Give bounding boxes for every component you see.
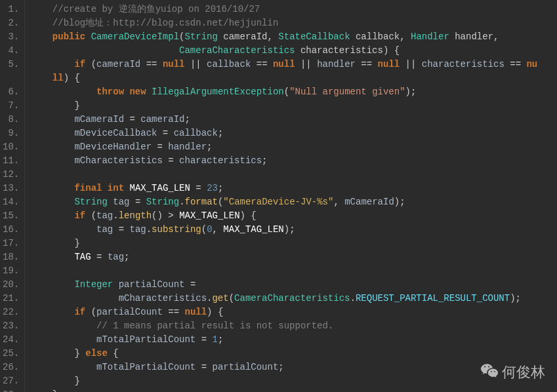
token-classname: Handler <box>411 31 449 42</box>
line-number: 7. <box>3 99 19 113</box>
line-number: 10. <box>3 140 19 154</box>
token-op: () > <box>152 210 179 221</box>
line-number: 21. <box>3 292 19 305</box>
code-line[interactable] <box>30 168 537 182</box>
line-number: 16. <box>3 223 19 237</box>
token-plain <box>30 18 52 28</box>
token-method: get <box>212 293 228 304</box>
token-ident: handler <box>168 142 207 152</box>
token-classname: IllegalArgumentException <box>152 87 284 97</box>
line-number: 6. <box>3 85 19 99</box>
code-line[interactable]: mDeviceCallback = callback; <box>30 127 537 140</box>
code-line[interactable]: mCharacteristics = characteristics; <box>30 154 537 168</box>
token-plain: , <box>213 224 224 235</box>
token-ident: cameraId <box>96 59 140 69</box>
token-param: characteristics <box>300 45 383 56</box>
token-plain <box>30 210 74 221</box>
code-line[interactable]: ll) { <box>30 71 537 85</box>
token-plain <box>30 142 74 152</box>
token-plain <box>30 114 74 125</box>
token-plain: ; <box>124 252 129 262</box>
token-classname: StateCallback <box>278 31 350 42</box>
token-plain <box>449 31 455 42</box>
token-paren: ( <box>229 293 234 304</box>
code-line[interactable]: public CameraDeviceImpl(String cameraId,… <box>30 30 537 44</box>
code-line[interactable]: mDeviceHandler = handler; <box>30 140 537 154</box>
token-plain: ; <box>218 183 223 193</box>
token-field: mCameraId <box>344 197 394 207</box>
token-classname: Integer <box>74 279 113 290</box>
line-number-gutter: 1.2.3.4.5. 6.7.8.9.10.11.12.13.14.15.16.… <box>0 0 25 392</box>
code-line[interactable]: } <box>30 237 537 250</box>
code-line[interactable]: } else { <box>30 347 537 361</box>
token-ident: tag <box>96 210 113 221</box>
token-op: = <box>184 279 196 290</box>
token-method: substring <box>152 224 201 235</box>
token-methodgreen: CameraDeviceImpl <box>91 31 179 42</box>
code-line[interactable]: if (cameraId == null || callback == null… <box>30 58 537 71</box>
code-line[interactable]: mCharacteristics.get(CameraCharacteristi… <box>30 292 537 305</box>
line-number: 19. <box>3 264 19 278</box>
line-number: 28. <box>3 388 19 392</box>
token-field: mDeviceHandler <box>74 142 152 152</box>
token-plain <box>30 362 96 372</box>
token-paren: ); <box>284 224 295 235</box>
token-stringalt: "Null argument given" <box>289 87 405 97</box>
token-classname: CameraCharacteristics <box>179 45 295 56</box>
token-param: callback <box>356 31 400 42</box>
token-op: = <box>163 155 179 166</box>
token-op: || <box>185 59 207 69</box>
code-line[interactable]: TAG = tag; <box>30 250 537 264</box>
line-number: 22. <box>3 305 19 319</box>
token-number: 0 <box>207 224 212 235</box>
code-line[interactable] <box>30 264 537 278</box>
token-ident: tag <box>108 252 124 262</box>
code-line[interactable]: } <box>30 388 537 392</box>
code-line[interactable]: } <box>30 99 537 113</box>
code-line[interactable]: Integer partialCount = <box>30 278 537 292</box>
token-plain <box>30 279 74 290</box>
code-line[interactable]: mTotalPartialCount = 1; <box>30 333 537 347</box>
code-line[interactable]: if (tag.length() > MAX_TAG_LEN) { <box>30 209 537 223</box>
token-white: TAG <box>74 252 91 262</box>
code-line[interactable]: } <box>30 374 537 388</box>
token-plain <box>30 128 74 138</box>
token-plain <box>30 87 96 97</box>
token-keyword: throw <box>96 87 124 97</box>
token-keyword: if <box>74 307 85 317</box>
token-comment: //create by 逆流的鱼yuiop on 2016/10/27 <box>52 4 260 14</box>
token-plain <box>30 59 74 69</box>
line-number: 11. <box>3 154 19 168</box>
token-op: = <box>124 114 140 125</box>
code-line[interactable]: mCameraId = cameraId; <box>30 113 537 127</box>
token-op: == <box>356 59 378 69</box>
code-line[interactable]: CameraCharacteristics characteristics) { <box>30 44 537 58</box>
token-ident: callback <box>207 59 251 69</box>
token-op: == <box>251 59 273 69</box>
code-line[interactable]: String tag = String.format("CameraDevice… <box>30 195 537 209</box>
token-paren: } <box>30 376 80 386</box>
token-stringyel: "CameraDevice-JV-%s" <box>223 197 333 207</box>
code-line[interactable]: throw new IllegalArgumentException("Null… <box>30 85 537 99</box>
line-number: 8. <box>3 113 19 127</box>
line-number: 26. <box>3 361 19 374</box>
token-plain: , <box>268 31 279 42</box>
token-paren: ); <box>510 293 521 304</box>
token-keyword: nu <box>526 59 537 69</box>
code-line[interactable]: final int MAX_TAG_LEN = 23; <box>30 182 537 195</box>
code-area[interactable]: //create by 逆流的鱼yuiop on 2016/10/27 //bl… <box>25 0 537 392</box>
code-line[interactable]: if (partialCount == null) { <box>30 305 537 319</box>
line-number: 12. <box>3 168 19 182</box>
token-plain <box>30 45 179 56</box>
code-line[interactable]: mTotalPartialCount = partialCount; <box>30 361 537 374</box>
token-plain <box>30 321 96 331</box>
code-line[interactable]: //blog地址：http://blog.csdn.net/hejjunlin <box>30 16 537 30</box>
token-plain <box>30 31 52 42</box>
token-plain: ; <box>218 128 223 138</box>
token-plain: , <box>493 31 499 42</box>
token-method: format <box>185 197 218 207</box>
token-plain <box>350 31 356 42</box>
code-line[interactable]: // 1 means partial result is not support… <box>30 319 537 333</box>
code-line[interactable]: tag = tag.substring(0, MAX_TAG_LEN); <box>30 223 537 237</box>
code-line[interactable]: //create by 逆流的鱼yuiop on 2016/10/27 <box>30 3 537 16</box>
